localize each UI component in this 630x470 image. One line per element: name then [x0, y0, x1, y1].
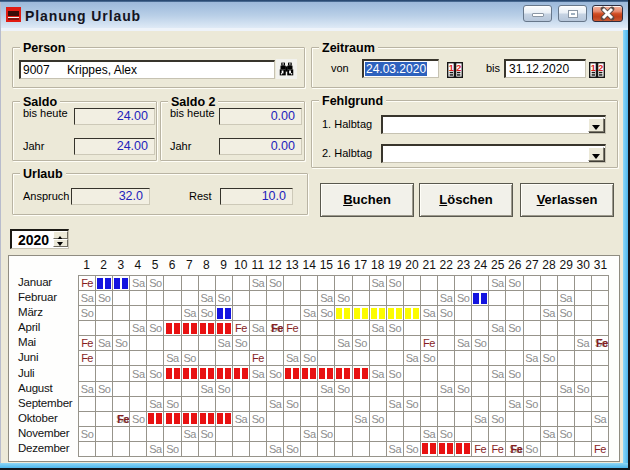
svg-text:2: 2: [456, 63, 461, 73]
svg-text:1: 1: [449, 63, 454, 73]
svg-text:2: 2: [598, 63, 603, 73]
svg-text:1: 1: [591, 63, 596, 73]
